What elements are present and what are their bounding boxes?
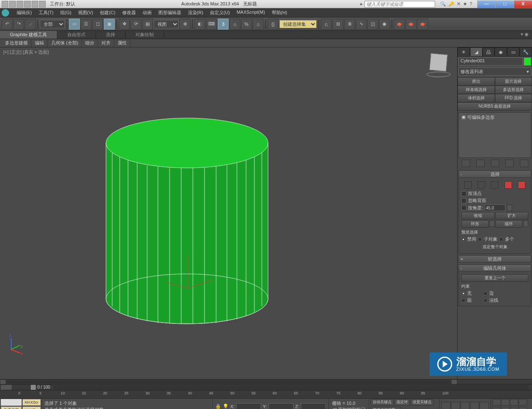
constraint-none-radio[interactable] [461,291,466,296]
show-end-icon[interactable] [476,160,485,167]
keyboard-icon[interactable]: ⌨ [206,19,217,30]
subtab-geometry[interactable]: 几何体 (全部) [48,39,82,47]
mod-patch[interactable]: 面片选择 [495,77,532,86]
tab-freeform[interactable]: 自由形式 [57,31,96,39]
x-coord-field[interactable] [236,403,261,409]
cylinder-object[interactable] [62,89,312,355]
object-name-field[interactable]: Cylinder001 [458,57,523,66]
app-icon[interactable] [2,9,9,17]
ref-coord-combo[interactable]: 视图 [154,20,179,28]
modify-tab-icon[interactable]: ◢ [470,47,483,57]
modifier-stack[interactable]: ▣ 可编辑多边形 [458,112,531,158]
menu-MAXScript(M)[interactable]: MAXScript(M) [233,9,268,17]
fov-icon[interactable] [493,407,501,409]
pivot-icon[interactable]: ⊕ [180,19,190,30]
mod-vol[interactable]: 体积选择 [458,94,495,102]
element-subobj-icon[interactable] [518,181,525,189]
zoom-icon[interactable] [493,399,501,406]
maxscript-mini[interactable]: MAXScr [22,399,41,406]
angle-spinner[interactable] [485,204,505,211]
mod-nurbs[interactable]: NURBS 曲面选择 [458,102,532,111]
selection-filter-combo[interactable]: 全部 [40,20,65,28]
maximize-viewport-icon[interactable] [519,407,527,409]
script-listener[interactable] [1,399,22,406]
border-subobj-icon[interactable] [491,181,498,189]
unique-icon[interactable] [491,160,499,167]
create-tab-icon[interactable]: ✳ [458,47,470,57]
rollout-soft-selection[interactable]: +软选择 [458,255,531,263]
menu-自定义(U)[interactable]: 自定义(U) [207,9,233,17]
motion-tab-icon[interactable]: ◉ [495,47,507,57]
select-region-icon[interactable]: ◻ [92,19,103,30]
set-key-button[interactable]: 设置关键点 [411,399,433,406]
mod-extrude[interactable]: 挤出 [458,77,495,86]
ribbon-expand-icon[interactable]: ▾ ◉ [517,31,532,39]
object-color-swatch[interactable] [524,57,531,66]
manipulate-icon[interactable]: ◐ [195,19,205,30]
modifier-list-combo[interactable]: 修改器列表▾ [458,67,531,76]
repeat-last-button[interactable]: 重复上一个 [461,274,528,282]
preview-sub-radio[interactable] [478,237,482,241]
star-icon[interactable]: ★ [463,1,467,7]
time-slider-bar[interactable]: 0 / 100 [0,384,532,390]
next-frame-icon[interactable] [470,402,479,409]
minimize-button[interactable]: — [477,0,495,8]
edge-subobj-icon[interactable] [478,181,485,189]
auto-key-button[interactable]: 自动关键点 [371,399,394,406]
undo-icon[interactable]: ↶ [2,19,12,30]
time-config-icon[interactable] [1,385,12,390]
goto-end-icon[interactable] [480,402,489,409]
angle-snap-icon[interactable]: ⌂ [229,19,240,30]
vertex-subobj-icon[interactable] [464,181,472,189]
configure-icon[interactable] [520,160,528,167]
tab-graphite[interactable]: Graphite 建模工具 [0,31,57,39]
goto-start-icon[interactable] [441,402,451,409]
viewport-label[interactable]: [+] [正交] [真实 + 边面] [3,49,49,55]
hierarchy-tab-icon[interactable]: 品 [483,47,495,57]
qat-redo-icon[interactable] [32,1,38,7]
menu-组(G)[interactable]: 组(G) [57,9,75,17]
preview-multi-radio[interactable] [499,237,503,241]
ring-button[interactable]: 环形 [461,220,489,228]
angle-spin-buttons[interactable] [507,204,512,211]
time-tag-icon[interactable]: 🏷 [332,407,337,409]
menu-渲染(R)[interactable]: 渲染(R) [185,9,207,17]
subtab-edit[interactable]: 编辑 [32,39,48,47]
close-button[interactable]: X [514,0,532,8]
schematic-icon[interactable]: ◫ [367,19,378,30]
remove-mod-icon[interactable] [505,160,514,167]
qat-new-icon[interactable] [2,1,8,7]
exchange-icon[interactable]: ✕ [457,1,461,7]
play-icon[interactable] [461,402,470,409]
select-name-icon[interactable]: ☰ [81,19,91,30]
help-arrow-icon[interactable]: ▸ [360,1,363,7]
material-icon[interactable]: ◉ [379,19,390,30]
lock-icon[interactable]: 🔒 [215,404,221,409]
menu-动画[interactable]: 动画 [139,9,155,17]
layers-icon[interactable]: ≣ [344,19,355,30]
help-icon[interactable]: ? [470,1,472,7]
constraint-normal-radio[interactable] [483,298,488,303]
rollout-edit-geometry[interactable]: -编辑几何体 [458,264,531,272]
maximize-button[interactable]: □ [495,0,514,8]
menu-图形编辑器[interactable]: 图形编辑器 [155,9,185,17]
menu-工具(T)[interactable]: 工具(T) [35,9,57,17]
binoculars-icon[interactable]: 🔍 [440,1,446,7]
named-sel-icon[interactable]: {} [268,19,278,30]
key-icon[interactable]: 🔑 [448,1,454,7]
qat-open-icon[interactable] [9,1,16,7]
polygon-subobj-icon[interactable] [505,181,512,189]
viewport-scrollbar[interactable] [0,379,532,384]
subtab-align[interactable]: 对齐 [98,39,114,47]
tab-selection[interactable]: 选择 [96,31,126,39]
snap-toggle-icon[interactable]: 3 [218,19,229,30]
rotate-icon[interactable]: ⟳ [131,19,141,30]
maxscript-mini2[interactable]: MAXScr [22,407,41,409]
loop-button[interactable]: 循环 [495,220,523,228]
timeline-ruler[interactable]: 0510152025303540455055606570758085909510… [0,390,532,398]
mod-ffd[interactable]: FFD 选择 [495,94,532,102]
key-filters-button[interactable]: 关键点过滤器... [371,407,401,409]
orbit-icon[interactable] [510,407,518,409]
tab-paint[interactable]: 对象绘制 [126,31,164,39]
window-crossing-icon[interactable]: ▣ [104,19,115,30]
